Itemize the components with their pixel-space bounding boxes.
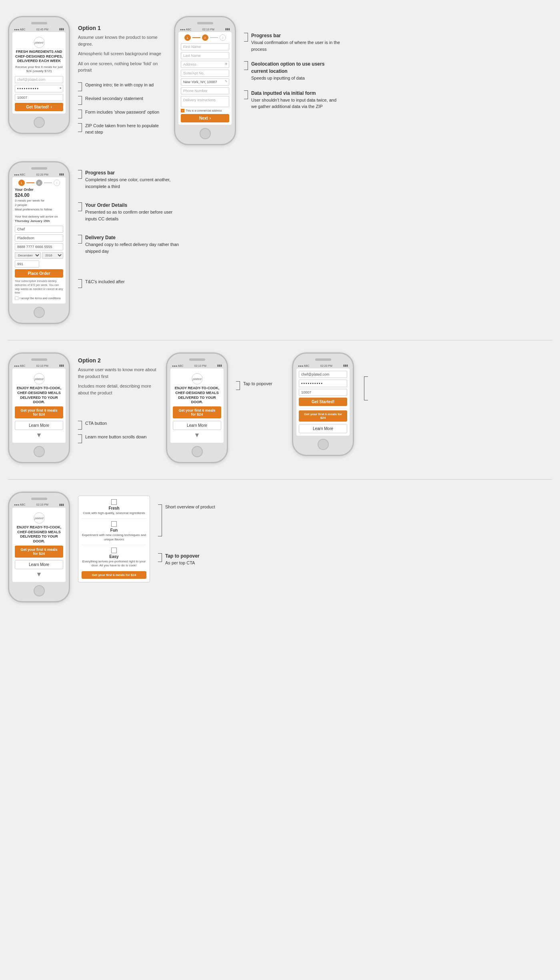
section-divider2 [8, 479, 552, 480]
phone-field[interactable]: Phone Number [181, 87, 229, 94]
page-container: ●●● ABC 02:45 PM ▮▮▮ plated FRESH INGRED… [0, 0, 560, 630]
order-label: Your Order [15, 188, 63, 192]
home-button[interactable] [34, 117, 45, 128]
easy-desc: Everything arrives pre-portioned right t… [82, 560, 146, 568]
option1-annotations2: Progress bar Visual confirmation of wher… [244, 32, 340, 114]
commercial-checkbox-row: ✓ This is a commercial address [181, 109, 229, 112]
dot-line1 [192, 37, 200, 38]
password-field2[interactable]: •••••••••• [299, 380, 347, 387]
ann2-text3: Data inputted via initial form User shou… [251, 90, 340, 110]
option2-title: Option 2 [78, 356, 158, 365]
progress-bar2: 1 2 3 [12, 177, 66, 188]
home-button2[interactable] [200, 128, 211, 139]
fresh-desc: Cook with high-quality, seasonal ingredi… [82, 511, 146, 515]
bracket-icon3 [78, 110, 82, 118]
phone-option1-screen2: ●●● ABC 02:10 PM ▮▮▮ 1 2 3 First Name La… [174, 16, 236, 145]
cvv-field[interactable]: 991 [15, 260, 39, 268]
option1-order-section: ●●● ABC 02:20 PM ▮▮▮ 1 2 3 Your Order $2… [8, 161, 552, 324]
opt2-ann2-text: Learn more button scrolls down [85, 434, 146, 440]
home-button4[interactable] [34, 446, 45, 457]
phone-speaker7 [31, 498, 47, 500]
phone-option2-1: ●●● ABC 02:10 PM ▮▮▮ plated ENJOY READY-… [8, 352, 70, 463]
lastname-field[interactable]: Last Name [181, 52, 229, 59]
overview-cta-button[interactable]: Get your first 6 meals for $24 [82, 571, 146, 579]
phone-speaker5 [189, 358, 205, 361]
screen7-content: plated ENJOY READY-TO-COOK, CHEF-DESIGNE… [12, 508, 66, 582]
ann1-text2: Revised secondary statement [85, 95, 143, 102]
status-bar2: ●●● ABC 02:10 PM ▮▮▮ [178, 28, 232, 31]
bracket-icon1 [78, 82, 82, 91]
email-field[interactable]: chef@plated.com [15, 76, 63, 83]
bracket-icon4 [78, 123, 82, 132]
phone-speaker [31, 22, 47, 24]
arrow-down2: ▼ [173, 432, 221, 439]
option1-section: ●●● ABC 02:45 PM ▮▮▮ plated FRESH INGRED… [8, 12, 552, 145]
chevron-icon: › [210, 116, 211, 120]
bracket-icon5 [244, 33, 248, 42]
status-bar: ●●● ABC 02:45 PM ▮▮▮ [12, 28, 66, 31]
month-select[interactable]: December [15, 252, 41, 259]
overview-cta-wrapper: Get your first 6 meals for $24 [82, 571, 146, 579]
cta-sub-button[interactable]: Get your first 6 meals for $24 [299, 410, 347, 422]
learn-more-button1[interactable]: Learn More [15, 421, 63, 430]
ann1-text4: ZIP Code taken from here to populate nex… [85, 122, 166, 136]
zip-field2[interactable]: 10007 [299, 389, 347, 396]
cardnumber-field[interactable]: 8888 7777 6666 5555 [15, 243, 63, 250]
year-select[interactable]: 2016 [42, 252, 63, 259]
city-field[interactable]: New York, NY, 10007 [181, 78, 229, 86]
option1-desc3: All on one screen, nothing below 'fold' … [78, 60, 166, 74]
firstname-field[interactable]: First Name [181, 43, 229, 50]
home-button6[interactable] [318, 439, 329, 450]
screen6-divider [299, 408, 347, 409]
cta-button-overview[interactable]: Get your first 6 meals for $24 [15, 546, 63, 558]
ord-ann1-text: Progress bar Completed steps one color, … [85, 169, 182, 190]
home-button5[interactable] [192, 446, 203, 457]
home-button3[interactable] [34, 307, 45, 318]
edit-icon: ✎ [225, 80, 228, 83]
cta-button-opt2-2[interactable]: Get your first 6 meals for $24 [173, 406, 221, 418]
overview-divider2 [82, 545, 146, 545]
learn-more-button3[interactable]: Learn More [299, 424, 347, 433]
option2-annotations: Option 2 Assume user wants to know more … [78, 356, 158, 447]
learn-more-button2[interactable]: Learn More [173, 421, 221, 430]
phone-speaker6 [315, 358, 331, 361]
password-field[interactable]: •••••••••• [15, 85, 63, 92]
delivery-instructions[interactable]: Delivery Instructions [181, 96, 229, 107]
order-annotations: Progress bar Completed steps one color, … [78, 169, 182, 292]
plated-logo: plated [34, 37, 45, 48]
ord-ann2-text: Your Order Details Presented so as to co… [85, 202, 182, 222]
cta-button-opt2[interactable]: Get your first 6 meals for $24 [15, 406, 63, 418]
dot3: 3 [220, 34, 226, 41]
phone-order: ●●● ABC 02:20 PM ▮▮▮ 1 2 3 Your Order $2… [8, 161, 70, 324]
status-right5: ▮▮▮ [217, 364, 222, 367]
status-right4: ▮▮▮ [59, 364, 64, 367]
arrow-down3: ▼ [15, 571, 63, 578]
address-field[interactable]: Address [181, 61, 229, 68]
home-button7[interactable] [34, 585, 45, 596]
next-button[interactable]: Next › [181, 114, 229, 122]
bracket-icon2 [78, 96, 82, 105]
easy-icon [111, 548, 117, 553]
lastname-cc-field[interactable]: Pladedson [15, 234, 63, 242]
overview-item-fun: Fun Experiment with new cooking techniqu… [82, 521, 146, 542]
get-started-button[interactable]: Get Started! › [15, 103, 63, 111]
option1-title: Option 1 [78, 24, 166, 32]
screen5-headline: ENJOY READY-TO-COOK, CHEF-DESIGNED MEALS… [173, 386, 221, 405]
terms-checkbox[interactable] [15, 296, 18, 300]
opt2-ann1-text: CTA button [85, 420, 107, 427]
dot-line2 [210, 37, 218, 38]
commercial-checkbox[interactable]: ✓ [181, 109, 184, 112]
popover-ann1: Tap to popover [236, 380, 284, 390]
suite-field[interactable]: Suite/Apt No. [181, 70, 229, 77]
status-right7: ▮▮▮ [59, 503, 64, 506]
zip-field[interactable]: 10007 [15, 94, 63, 101]
cardholder-field[interactable]: Chef [15, 226, 63, 233]
dot-line2b [44, 182, 52, 183]
get-started-button2[interactable]: Get Started! [299, 398, 347, 406]
place-order-button[interactable]: Place Order [15, 269, 63, 278]
option2-desc2: Includes more detail, describing more ab… [78, 383, 158, 396]
fresh-title: Fresh [82, 506, 146, 510]
option1-desc2: Atmospheric full screen background image [78, 50, 166, 57]
email-field2[interactable]: chef@plated.com [299, 371, 347, 378]
learn-more-button4[interactable]: Learn More [15, 560, 63, 569]
